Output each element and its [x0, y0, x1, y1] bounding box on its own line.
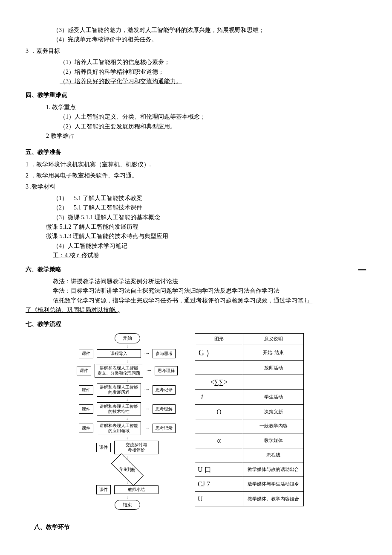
- flow-media: 课件: [96, 443, 111, 452]
- text: （3）微课 5.1.1 理解人工智能的基本概念: [53, 213, 366, 222]
- text: 了《梳利总结、巩固提局对以技能. ,: [26, 305, 366, 315]
- flow-media: 课件: [79, 385, 93, 395]
- text: 微课 5.1.3 理解人工智能的技术特点与典型应用: [46, 232, 366, 241]
- text: （2）人工智能的主要发展历程和典型应用。: [60, 122, 366, 131]
- text: （1）: [53, 195, 68, 201]
- flow-media: 课件: [79, 404, 93, 414]
- flow-node: 讲解和表现人工智能 的应用领域: [97, 421, 141, 435]
- text: （4）人工智能技术学习笔记: [53, 241, 366, 251]
- text: 5.1 了解人工智能技术课件: [74, 204, 142, 211]
- flowchart-area: 开始 ↓ 课件课程导入····参与思考 ↓ 课件讲解和表现人工智能 定义、分类和…: [77, 333, 366, 510]
- text: （2）: [53, 204, 68, 211]
- text: （3）培养良好的数字化学习和交流沟通能力。: [60, 77, 366, 86]
- flow-side: 思考理解: [155, 366, 178, 375]
- flow-side: 思考理解: [153, 404, 176, 414]
- dash-icon: 一: [358, 263, 366, 277]
- text: 2 ．教学用具电子教室相关软件、学习通。: [26, 171, 366, 180]
- section5-title: 五、教学准备: [26, 148, 366, 157]
- text: 工：4 核 d 佟试卷: [53, 251, 366, 260]
- flow-side: 思考记录: [153, 385, 176, 395]
- flow-node: 交流探讨与 考核评价: [114, 441, 159, 454]
- text: 5.1 了解人工智能技术教案: [74, 195, 142, 201]
- text: 学法：目标学习法听讲学习法自主探究法问题学习法归纳学习法反思学习法合作学习法: [53, 286, 366, 296]
- flow-start: 开始: [115, 333, 140, 343]
- flow-node: 课程导入: [97, 349, 141, 358]
- text: （1）人土智能的定义、分类、和伦理问题等基本概念；: [60, 112, 366, 122]
- text: 2 教学难占: [46, 131, 366, 141]
- text: （2）培养良好的科学精神和职业道德；: [60, 67, 366, 77]
- section8-title: 八、教学环节: [34, 523, 366, 532]
- flow-media: 课件: [79, 424, 93, 433]
- flow-node: 讲解和表现人工智能 定义、分类和伦理问题: [95, 364, 143, 378]
- flow-media: 课件: [77, 366, 91, 375]
- flow-media: 课件: [79, 349, 93, 358]
- legend-table: 图形意义说明 G ）开始. 结束 放师活动 <∑∑> 1学生活动 O决策义新 一…: [195, 333, 304, 507]
- flow-media: 课件: [96, 485, 111, 494]
- flow-node: 讲解和表现人工智能 的发展历程: [97, 383, 141, 397]
- text: 3 .教学材料: [26, 182, 366, 192]
- flowchart: 开始 ↓ 课件课程导入····参与思考 ↓ 课件讲解和表现人工智能 定义、分类和…: [77, 333, 178, 510]
- section4-title: 四、教学重难点: [26, 90, 366, 100]
- flow-node: 讲解和表现人工智能 的技术特性: [97, 402, 141, 416]
- section6-title: 六、教学策略 一: [26, 265, 366, 274]
- text: 微课 5.1.2 了解人工智能的发展历程: [46, 222, 366, 232]
- text: （4）完成单元考核评价中的相关任务。: [53, 35, 366, 44]
- text: 1 ．教学环境计境机实机寞（室算机、机影仪）.: [26, 160, 366, 169]
- flow-end: 结束: [115, 500, 140, 510]
- flow-side: 思考记录: [153, 424, 176, 433]
- section7-title: 七、教学流程: [26, 320, 366, 329]
- flow-side: 参与思考: [153, 349, 176, 358]
- text: 教法：讲授教学法问题教学法案例分析法讨论法: [53, 277, 366, 286]
- text: 1. 教学重点: [46, 103, 366, 112]
- text: （1）培养人工智能相关的信息核心素养；: [60, 58, 366, 67]
- flow-node: 教师小结: [114, 485, 159, 494]
- text: （3）感受人工智能的魅力，激发对人工智能学科的浓厚兴趣，拓展视野和思维；: [53, 26, 366, 35]
- goal3-num: 3 ．素养目标: [26, 46, 366, 56]
- text: 依托数字化学习资源，指导学生完成学习任务书，通过考核评价习题检测学习成效，通过学…: [53, 296, 366, 305]
